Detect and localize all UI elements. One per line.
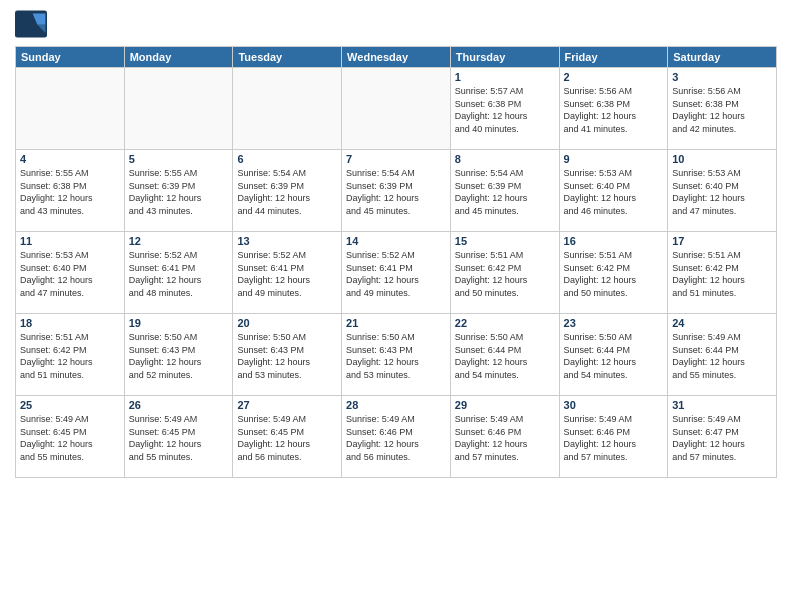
day-cell: 4Sunrise: 5:55 AM Sunset: 6:38 PM Daylig…	[16, 150, 125, 232]
day-cell: 12Sunrise: 5:52 AM Sunset: 6:41 PM Dayli…	[124, 232, 233, 314]
day-cell	[342, 68, 451, 150]
day-cell	[16, 68, 125, 150]
day-cell: 20Sunrise: 5:50 AM Sunset: 6:43 PM Dayli…	[233, 314, 342, 396]
day-number: 27	[237, 399, 337, 411]
day-number: 5	[129, 153, 229, 165]
page: SundayMondayTuesdayWednesdayThursdayFrid…	[0, 0, 792, 612]
day-number: 1	[455, 71, 555, 83]
day-number: 7	[346, 153, 446, 165]
day-info: Sunrise: 5:49 AM Sunset: 6:45 PM Dayligh…	[237, 413, 337, 463]
day-info: Sunrise: 5:57 AM Sunset: 6:38 PM Dayligh…	[455, 85, 555, 135]
day-cell: 8Sunrise: 5:54 AM Sunset: 6:39 PM Daylig…	[450, 150, 559, 232]
day-cell: 15Sunrise: 5:51 AM Sunset: 6:42 PM Dayli…	[450, 232, 559, 314]
day-cell: 26Sunrise: 5:49 AM Sunset: 6:45 PM Dayli…	[124, 396, 233, 478]
column-header-monday: Monday	[124, 47, 233, 68]
day-info: Sunrise: 5:55 AM Sunset: 6:39 PM Dayligh…	[129, 167, 229, 217]
day-number: 28	[346, 399, 446, 411]
day-cell: 3Sunrise: 5:56 AM Sunset: 6:38 PM Daylig…	[668, 68, 777, 150]
day-cell: 28Sunrise: 5:49 AM Sunset: 6:46 PM Dayli…	[342, 396, 451, 478]
day-cell: 18Sunrise: 5:51 AM Sunset: 6:42 PM Dayli…	[16, 314, 125, 396]
day-number: 24	[672, 317, 772, 329]
week-row-4: 18Sunrise: 5:51 AM Sunset: 6:42 PM Dayli…	[16, 314, 777, 396]
day-info: Sunrise: 5:50 AM Sunset: 6:43 PM Dayligh…	[346, 331, 446, 381]
day-number: 31	[672, 399, 772, 411]
day-number: 29	[455, 399, 555, 411]
day-number: 20	[237, 317, 337, 329]
day-info: Sunrise: 5:56 AM Sunset: 6:38 PM Dayligh…	[564, 85, 664, 135]
day-info: Sunrise: 5:54 AM Sunset: 6:39 PM Dayligh…	[237, 167, 337, 217]
day-info: Sunrise: 5:53 AM Sunset: 6:40 PM Dayligh…	[20, 249, 120, 299]
week-row-2: 4Sunrise: 5:55 AM Sunset: 6:38 PM Daylig…	[16, 150, 777, 232]
day-info: Sunrise: 5:56 AM Sunset: 6:38 PM Dayligh…	[672, 85, 772, 135]
day-info: Sunrise: 5:50 AM Sunset: 6:43 PM Dayligh…	[129, 331, 229, 381]
day-cell: 27Sunrise: 5:49 AM Sunset: 6:45 PM Dayli…	[233, 396, 342, 478]
day-cell: 30Sunrise: 5:49 AM Sunset: 6:46 PM Dayli…	[559, 396, 668, 478]
header-row: SundayMondayTuesdayWednesdayThursdayFrid…	[16, 47, 777, 68]
day-info: Sunrise: 5:52 AM Sunset: 6:41 PM Dayligh…	[129, 249, 229, 299]
day-cell: 25Sunrise: 5:49 AM Sunset: 6:45 PM Dayli…	[16, 396, 125, 478]
day-info: Sunrise: 5:49 AM Sunset: 6:46 PM Dayligh…	[346, 413, 446, 463]
day-cell	[233, 68, 342, 150]
day-info: Sunrise: 5:49 AM Sunset: 6:46 PM Dayligh…	[564, 413, 664, 463]
day-number: 22	[455, 317, 555, 329]
day-cell: 21Sunrise: 5:50 AM Sunset: 6:43 PM Dayli…	[342, 314, 451, 396]
day-info: Sunrise: 5:49 AM Sunset: 6:44 PM Dayligh…	[672, 331, 772, 381]
day-info: Sunrise: 5:52 AM Sunset: 6:41 PM Dayligh…	[346, 249, 446, 299]
day-cell: 5Sunrise: 5:55 AM Sunset: 6:39 PM Daylig…	[124, 150, 233, 232]
day-cell: 10Sunrise: 5:53 AM Sunset: 6:40 PM Dayli…	[668, 150, 777, 232]
day-info: Sunrise: 5:54 AM Sunset: 6:39 PM Dayligh…	[346, 167, 446, 217]
day-cell: 31Sunrise: 5:49 AM Sunset: 6:47 PM Dayli…	[668, 396, 777, 478]
day-number: 13	[237, 235, 337, 247]
day-cell: 7Sunrise: 5:54 AM Sunset: 6:39 PM Daylig…	[342, 150, 451, 232]
column-header-saturday: Saturday	[668, 47, 777, 68]
day-info: Sunrise: 5:49 AM Sunset: 6:45 PM Dayligh…	[129, 413, 229, 463]
day-number: 19	[129, 317, 229, 329]
day-cell: 14Sunrise: 5:52 AM Sunset: 6:41 PM Dayli…	[342, 232, 451, 314]
day-cell: 22Sunrise: 5:50 AM Sunset: 6:44 PM Dayli…	[450, 314, 559, 396]
day-cell: 2Sunrise: 5:56 AM Sunset: 6:38 PM Daylig…	[559, 68, 668, 150]
week-row-3: 11Sunrise: 5:53 AM Sunset: 6:40 PM Dayli…	[16, 232, 777, 314]
day-cell: 24Sunrise: 5:49 AM Sunset: 6:44 PM Dayli…	[668, 314, 777, 396]
day-info: Sunrise: 5:50 AM Sunset: 6:43 PM Dayligh…	[237, 331, 337, 381]
day-cell: 23Sunrise: 5:50 AM Sunset: 6:44 PM Dayli…	[559, 314, 668, 396]
day-number: 2	[564, 71, 664, 83]
day-number: 18	[20, 317, 120, 329]
day-info: Sunrise: 5:51 AM Sunset: 6:42 PM Dayligh…	[20, 331, 120, 381]
calendar-table: SundayMondayTuesdayWednesdayThursdayFrid…	[15, 46, 777, 478]
day-cell: 13Sunrise: 5:52 AM Sunset: 6:41 PM Dayli…	[233, 232, 342, 314]
day-info: Sunrise: 5:51 AM Sunset: 6:42 PM Dayligh…	[672, 249, 772, 299]
week-row-5: 25Sunrise: 5:49 AM Sunset: 6:45 PM Dayli…	[16, 396, 777, 478]
day-cell: 1Sunrise: 5:57 AM Sunset: 6:38 PM Daylig…	[450, 68, 559, 150]
day-cell: 6Sunrise: 5:54 AM Sunset: 6:39 PM Daylig…	[233, 150, 342, 232]
day-number: 17	[672, 235, 772, 247]
column-header-friday: Friday	[559, 47, 668, 68]
day-number: 11	[20, 235, 120, 247]
day-cell: 19Sunrise: 5:50 AM Sunset: 6:43 PM Dayli…	[124, 314, 233, 396]
column-header-thursday: Thursday	[450, 47, 559, 68]
day-info: Sunrise: 5:49 AM Sunset: 6:45 PM Dayligh…	[20, 413, 120, 463]
day-info: Sunrise: 5:52 AM Sunset: 6:41 PM Dayligh…	[237, 249, 337, 299]
day-number: 26	[129, 399, 229, 411]
day-info: Sunrise: 5:49 AM Sunset: 6:47 PM Dayligh…	[672, 413, 772, 463]
day-info: Sunrise: 5:55 AM Sunset: 6:38 PM Dayligh…	[20, 167, 120, 217]
day-cell: 16Sunrise: 5:51 AM Sunset: 6:42 PM Dayli…	[559, 232, 668, 314]
day-info: Sunrise: 5:51 AM Sunset: 6:42 PM Dayligh…	[455, 249, 555, 299]
day-number: 12	[129, 235, 229, 247]
day-number: 25	[20, 399, 120, 411]
day-number: 16	[564, 235, 664, 247]
day-cell: 29Sunrise: 5:49 AM Sunset: 6:46 PM Dayli…	[450, 396, 559, 478]
day-number: 9	[564, 153, 664, 165]
day-number: 4	[20, 153, 120, 165]
logo-icon	[15, 10, 47, 38]
day-cell: 17Sunrise: 5:51 AM Sunset: 6:42 PM Dayli…	[668, 232, 777, 314]
day-number: 15	[455, 235, 555, 247]
day-number: 8	[455, 153, 555, 165]
day-number: 21	[346, 317, 446, 329]
day-number: 3	[672, 71, 772, 83]
day-number: 10	[672, 153, 772, 165]
day-info: Sunrise: 5:54 AM Sunset: 6:39 PM Dayligh…	[455, 167, 555, 217]
day-info: Sunrise: 5:51 AM Sunset: 6:42 PM Dayligh…	[564, 249, 664, 299]
day-info: Sunrise: 5:50 AM Sunset: 6:44 PM Dayligh…	[564, 331, 664, 381]
day-number: 6	[237, 153, 337, 165]
day-cell	[124, 68, 233, 150]
